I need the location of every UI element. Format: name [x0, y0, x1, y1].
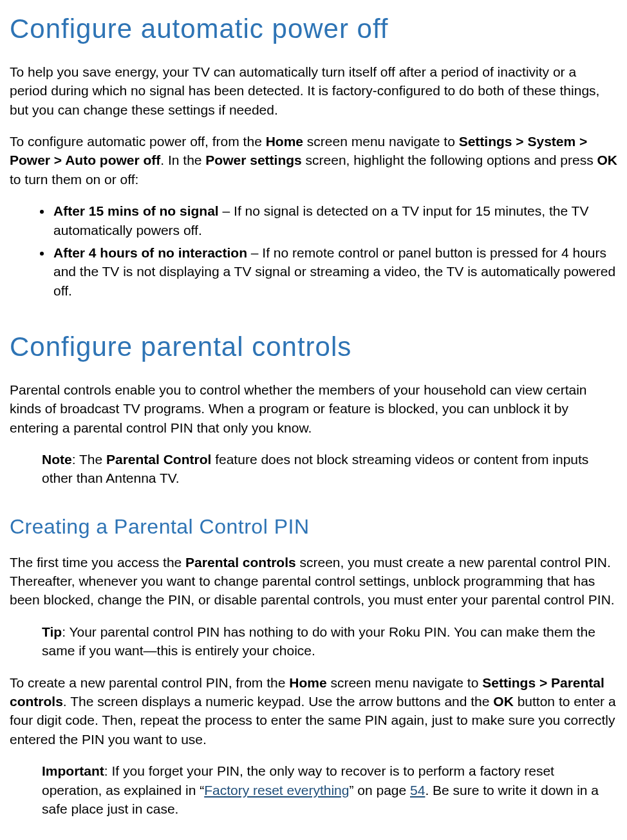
- body-text: To help you save energy, your TV can aut…: [10, 62, 617, 119]
- body-text: The first time you access the Parental c…: [10, 553, 617, 610]
- heading-parental-controls: Configure parental controls: [10, 328, 617, 366]
- page-ref-link[interactable]: 54: [410, 783, 425, 798]
- body-text: To create a new parental control PIN, fr…: [10, 673, 617, 749]
- note-text: Note: The Parental Control feature does …: [42, 450, 617, 488]
- list-item: After 4 hours of no interaction – If no …: [52, 243, 617, 300]
- body-text: Parental controls enable you to control …: [10, 380, 617, 437]
- important-text: Important: If you forget your PIN, the o…: [42, 761, 617, 818]
- factory-reset-link[interactable]: Factory reset everything: [204, 783, 349, 798]
- heading-create-pin: Creating a Parental Control PIN: [10, 512, 617, 541]
- bullet-list: After 15 mins of no signal – If no signa…: [10, 201, 617, 300]
- list-item: After 15 mins of no signal – If no signa…: [52, 201, 617, 239]
- tip-text: Tip: Your parental control PIN has nothi…: [42, 622, 617, 660]
- heading-auto-power-off: Configure automatic power off: [10, 10, 617, 48]
- body-text: To configure automatic power off, from t…: [10, 132, 617, 189]
